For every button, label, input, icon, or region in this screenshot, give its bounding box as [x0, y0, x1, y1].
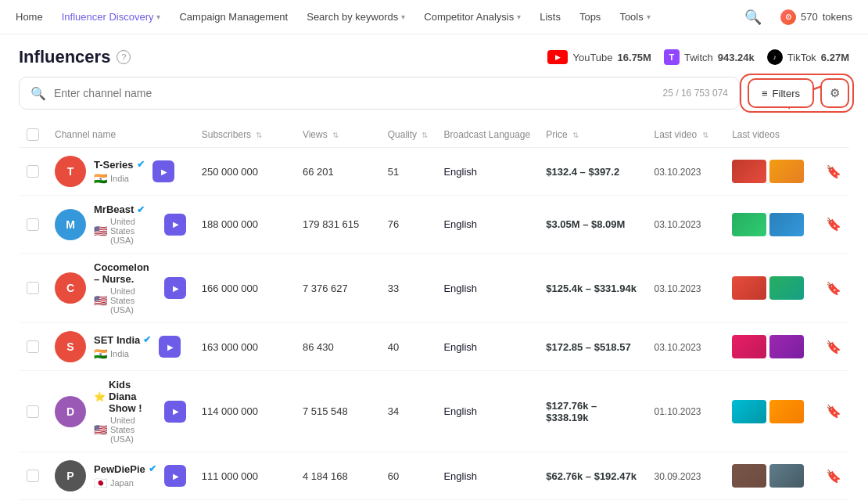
table-header-row: Channel name Subscribers ⇅ Views ⇅ Quali…	[19, 122, 849, 148]
nav-campaign-management[interactable]: Campaign Management	[179, 11, 288, 23]
quality-cell: 60	[380, 452, 436, 500]
avatar: S	[55, 331, 86, 362]
video-thumb-1[interactable]	[732, 213, 766, 236]
bookmark-button[interactable]: 🔖	[826, 282, 841, 295]
bookmark-button[interactable]: 🔖	[826, 340, 841, 354]
filters-area: ≡ Filters ⚙	[748, 78, 849, 108]
row-checkbox[interactable]	[27, 405, 39, 418]
page-title: Influencers	[19, 47, 110, 67]
quality-cell: 36	[380, 500, 436, 505]
video-thumb-2[interactable]	[769, 335, 804, 358]
th-subscribers[interactable]: Subscribers ⇅	[194, 122, 295, 148]
select-all-checkbox[interactable]	[27, 128, 39, 141]
channel-country: 🇮🇳 India	[94, 347, 151, 360]
channel-name: SET India ✔	[94, 334, 151, 346]
channel-info: ⭐ Kids Diana Show ! 🇺🇸 United States (US…	[94, 379, 156, 444]
video-thumb-1[interactable]	[732, 335, 766, 358]
nav-tops[interactable]: Tops	[579, 11, 601, 23]
channel-country: 🇺🇸 United States (USA)	[94, 217, 156, 245]
row-checkbox-cell	[19, 452, 47, 500]
star-icon: ⭐	[94, 391, 106, 402]
video-thumb-2[interactable]	[769, 464, 804, 488]
row-checkbox-cell	[19, 371, 47, 452]
bookmark-cell: 🔖	[818, 254, 849, 323]
chevron-down-icon: ▾	[517, 13, 521, 21]
channel-name: T-Series ✔	[94, 159, 145, 171]
th-last-video[interactable]: Last video ⇅	[646, 122, 724, 148]
navigation: Home Influencer Discovery ▾ Campaign Man…	[0, 0, 868, 34]
channel-name: Cocomelon – Nurse.	[94, 261, 156, 285]
video-thumb-1[interactable]	[732, 464, 766, 488]
nav-tools[interactable]: Tools ▾	[619, 11, 650, 23]
filter-icon: ≡	[762, 88, 768, 99]
row-checkbox[interactable]	[27, 218, 39, 231]
th-quality[interactable]: Quality ⇅	[380, 122, 436, 148]
video-thumb-1[interactable]	[732, 400, 766, 423]
row-checkbox[interactable]	[27, 282, 39, 294]
flag-icon: 🇺🇸	[94, 225, 107, 237]
play-button[interactable]	[164, 401, 186, 423]
last-video-cell: 29.09.2023	[646, 500, 724, 505]
th-channel-name[interactable]: Channel name	[47, 122, 194, 148]
channel-cell: L Like Nastya ✔ 🇺🇸 United States (USA)	[47, 500, 194, 505]
play-button[interactable]	[159, 336, 181, 358]
avatar: C	[55, 272, 86, 304]
video-thumb-2[interactable]	[769, 276, 804, 300]
settings-button[interactable]: ⚙	[820, 78, 849, 108]
filters-button[interactable]: ≡ Filters	[748, 78, 814, 108]
flag-icon: 🇯🇵	[94, 477, 107, 489]
nav-search-by-keywords[interactable]: Search by keywords ▾	[307, 11, 405, 23]
channel-info: Cocomelon – Nurse. 🇺🇸 United States (USA…	[94, 261, 156, 315]
play-button[interactable]	[164, 214, 186, 236]
search-icon[interactable]: 🔍	[744, 9, 762, 26]
video-thumb-1[interactable]	[732, 160, 766, 183]
row-checkbox[interactable]	[27, 340, 39, 353]
bookmark-button[interactable]: 🔖	[826, 470, 841, 483]
platform-badge-youtube[interactable]: YouTube 16.75M	[547, 50, 651, 64]
views-cell: 7 131 274	[295, 500, 380, 505]
sort-icon: ⇅	[572, 131, 579, 139]
views-cell: 66 201	[295, 148, 380, 196]
subscribers-cell: 163 000 000	[194, 323, 295, 371]
help-icon[interactable]: ?	[117, 50, 131, 64]
nav-lists[interactable]: Lists	[540, 11, 561, 23]
platform-badge-twitch[interactable]: T Twitch 943.24k	[664, 49, 755, 65]
nav-competitor-analysis[interactable]: Competitor Analysis ▾	[424, 11, 521, 23]
row-checkbox[interactable]	[27, 165, 39, 178]
play-button[interactable]	[164, 277, 186, 299]
video-thumb-1[interactable]	[732, 276, 766, 300]
youtube-count: 16.75M	[618, 52, 651, 63]
last-video-cell: 03.10.2023	[646, 323, 724, 371]
video-thumbs	[732, 213, 810, 236]
flag-icon: 🇮🇳	[94, 347, 107, 360]
th-views[interactable]: Views ⇅	[295, 122, 380, 148]
channel-info: PewDiePie ✔ 🇯🇵 Japan	[94, 463, 156, 489]
nav-home[interactable]: Home	[16, 11, 43, 23]
play-button[interactable]	[152, 160, 174, 182]
nav-influencer-discovery[interactable]: Influencer Discovery ▾	[62, 11, 161, 23]
price-cell: $121.23k – $320.9k	[538, 500, 646, 505]
search-input[interactable]	[54, 87, 655, 99]
language-cell: English	[436, 371, 538, 452]
chevron-down-icon: ▾	[401, 13, 405, 21]
price-cell: $125.4k – $331.94k	[538, 254, 646, 323]
bookmark-button[interactable]: 🔖	[826, 405, 841, 418]
verified-icon: ✔	[137, 204, 145, 215]
video-thumb-2[interactable]	[769, 213, 804, 236]
row-checkbox[interactable]	[27, 470, 39, 482]
channel-name: MrBeast ✔	[94, 203, 156, 215]
video-thumb-2[interactable]	[769, 400, 804, 423]
video-thumb-2[interactable]	[769, 160, 804, 183]
row-checkbox-cell	[19, 500, 47, 505]
th-price[interactable]: Price ⇅	[538, 122, 646, 148]
platform-badge-tiktok[interactable]: ♪ TikTok 6.27M	[767, 49, 849, 65]
bookmark-button[interactable]: 🔖	[826, 218, 841, 231]
th-broadcast-language: Broadcast Language	[436, 122, 538, 148]
subscribers-cell: 111 000 000	[194, 452, 295, 500]
last-video-cell: 30.09.2023	[646, 452, 724, 500]
channel-country: 🇺🇸 United States (USA)	[94, 286, 156, 315]
flag-icon: 🇮🇳	[94, 172, 107, 185]
quality-cell: 76	[380, 196, 436, 254]
bookmark-button[interactable]: 🔖	[826, 165, 841, 178]
play-button[interactable]	[164, 465, 186, 487]
